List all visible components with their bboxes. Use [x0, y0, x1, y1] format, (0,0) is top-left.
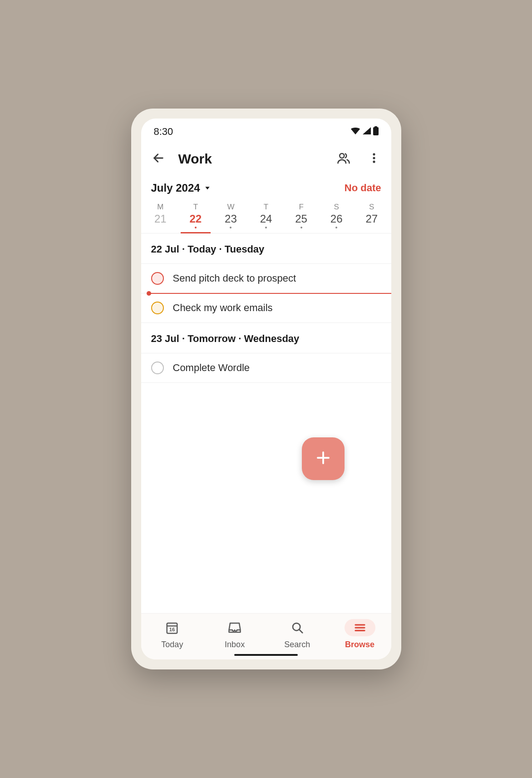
- nav-browse[interactable]: Browse: [329, 619, 391, 649]
- day-24[interactable]: T24: [248, 201, 284, 233]
- cellular-icon: [362, 127, 371, 137]
- day-dot-icon: [300, 227, 302, 228]
- month-picker-button[interactable]: July 2024: [151, 182, 211, 194]
- people-icon: [337, 159, 350, 166]
- now-line: [148, 293, 391, 294]
- task-title: Send pitch deck to prospect: [173, 273, 296, 284]
- task-row[interactable]: Check my work emails: [141, 293, 391, 323]
- svg-point-4: [373, 153, 375, 155]
- share-button[interactable]: [335, 149, 352, 168]
- svg-point-6: [373, 161, 375, 163]
- svg-rect-1: [374, 126, 377, 128]
- day-23[interactable]: W23: [213, 201, 249, 233]
- app-bar-actions: [335, 149, 382, 168]
- nav-label: Browse: [345, 640, 374, 649]
- app-bar: Work: [141, 141, 391, 176]
- status-time: 8:30: [154, 126, 173, 138]
- plus-icon: [315, 450, 331, 468]
- nav-label: Today: [161, 640, 183, 649]
- day-letter: S: [354, 203, 389, 212]
- task-checkbox[interactable]: [151, 302, 164, 314]
- nav-search[interactable]: Search: [266, 619, 329, 649]
- wifi-icon: [350, 127, 360, 137]
- day-number: 21: [143, 213, 178, 225]
- status-icons: [350, 126, 379, 137]
- day-letter: T: [248, 203, 284, 212]
- svg-text:16: 16: [169, 627, 175, 632]
- day-25[interactable]: F25: [284, 201, 319, 233]
- week-row: M21T22W23T24F25S26S27: [141, 201, 391, 233]
- month-row: July 2024 No date: [141, 176, 391, 201]
- now-dot-icon: [147, 291, 151, 296]
- task-checkbox[interactable]: [151, 362, 164, 374]
- day-dot-icon: [230, 227, 232, 228]
- home-indicator[interactable]: [234, 654, 298, 656]
- more-vertical-icon: [368, 159, 380, 166]
- nav-today[interactable]: 16Today: [141, 619, 204, 649]
- more-button[interactable]: [366, 150, 382, 168]
- day-dot-icon: [335, 227, 337, 228]
- day-27[interactable]: S27: [354, 201, 389, 233]
- day-number: 22: [178, 213, 213, 225]
- day-number: 27: [354, 213, 389, 225]
- screen: 8:30 Work: [141, 119, 391, 659]
- day-number: 25: [284, 213, 319, 225]
- search-icon: [282, 619, 313, 636]
- no-date-button[interactable]: No date: [345, 182, 381, 194]
- arrow-left-icon: [152, 159, 165, 166]
- day-letter: W: [213, 203, 249, 212]
- day-number: 26: [319, 213, 354, 225]
- browse-icon: [345, 619, 375, 636]
- today-icon: 16: [157, 619, 187, 636]
- task-row[interactable]: Complete Wordle: [141, 353, 391, 383]
- day-26[interactable]: S26: [319, 201, 354, 233]
- day-21[interactable]: M21: [143, 201, 178, 233]
- nav-label: Inbox: [225, 640, 245, 649]
- bottom-nav: 16TodayInboxSearchBrowse: [141, 613, 391, 659]
- task-title: Check my work emails: [173, 302, 273, 314]
- task-title: Complete Wordle: [173, 362, 250, 374]
- status-bar: 8:30: [141, 119, 391, 141]
- day-dot-icon: [195, 227, 197, 228]
- section-header: 22 Jul · Today · Tuesday: [141, 233, 391, 264]
- add-task-fab[interactable]: [302, 437, 345, 480]
- day-letter: M: [143, 203, 178, 212]
- task-list-scroll[interactable]: 22 Jul · Today · TuesdaySend pitch deck …: [141, 233, 391, 613]
- section-header: 23 Jul · Tomorrow · Wednesday: [141, 323, 391, 353]
- day-letter: T: [178, 203, 213, 212]
- day-number: 23: [213, 213, 249, 225]
- project-title: Work: [178, 151, 323, 167]
- nav-inbox[interactable]: Inbox: [203, 619, 266, 649]
- task-row[interactable]: Send pitch deck to prospect: [141, 264, 391, 293]
- inbox-icon: [219, 619, 250, 636]
- day-dot-icon: [265, 227, 267, 228]
- day-22[interactable]: T22: [178, 201, 213, 233]
- svg-point-5: [373, 157, 375, 159]
- chevron-down-icon: [204, 182, 211, 194]
- month-label-text: July 2024: [151, 182, 200, 194]
- battery-icon: [373, 126, 379, 137]
- svg-rect-0: [373, 127, 379, 135]
- svg-line-15: [299, 629, 302, 633]
- svg-point-3: [340, 154, 344, 158]
- day-letter: F: [284, 203, 319, 212]
- back-button[interactable]: [150, 150, 167, 168]
- phone-frame: 8:30 Work: [131, 109, 401, 669]
- day-letter: S: [319, 203, 354, 212]
- nav-label: Search: [284, 640, 310, 649]
- day-number: 24: [248, 213, 284, 225]
- task-checkbox[interactable]: [151, 272, 164, 285]
